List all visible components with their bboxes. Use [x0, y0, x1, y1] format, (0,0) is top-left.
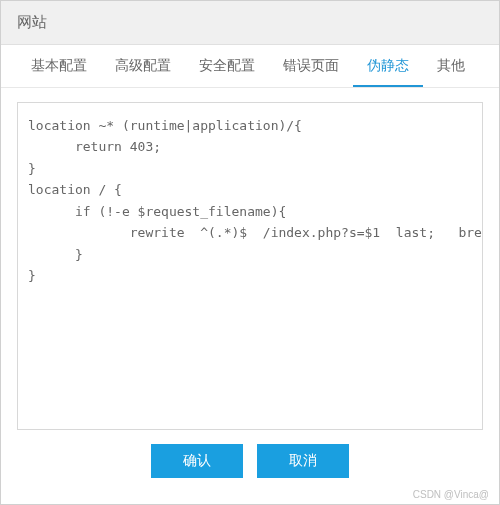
cancel-button[interactable]: 取消 — [257, 444, 349, 478]
tab-advanced-config[interactable]: 高级配置 — [101, 45, 185, 87]
dialog-footer: 确认 取消 — [17, 430, 483, 478]
tab-other[interactable]: 其他 — [423, 45, 479, 87]
rewrite-code-textarea[interactable]: location ~* (runtime|application)/{ retu… — [17, 102, 483, 430]
confirm-button[interactable]: 确认 — [151, 444, 243, 478]
tab-security-config[interactable]: 安全配置 — [185, 45, 269, 87]
tab-basic-config[interactable]: 基本配置 — [17, 45, 101, 87]
tab-rewrite[interactable]: 伪静态 — [353, 45, 423, 87]
content-panel: location ~* (runtime|application)/{ retu… — [1, 88, 499, 478]
tab-error-page[interactable]: 错误页面 — [269, 45, 353, 87]
dialog-header: 网站 — [1, 1, 499, 45]
tab-bar: 基本配置 高级配置 安全配置 错误页面 伪静态 其他 — [1, 45, 499, 88]
watermark-text: CSDN @Vinca@ — [413, 489, 489, 500]
dialog-title: 网站 — [17, 13, 483, 32]
